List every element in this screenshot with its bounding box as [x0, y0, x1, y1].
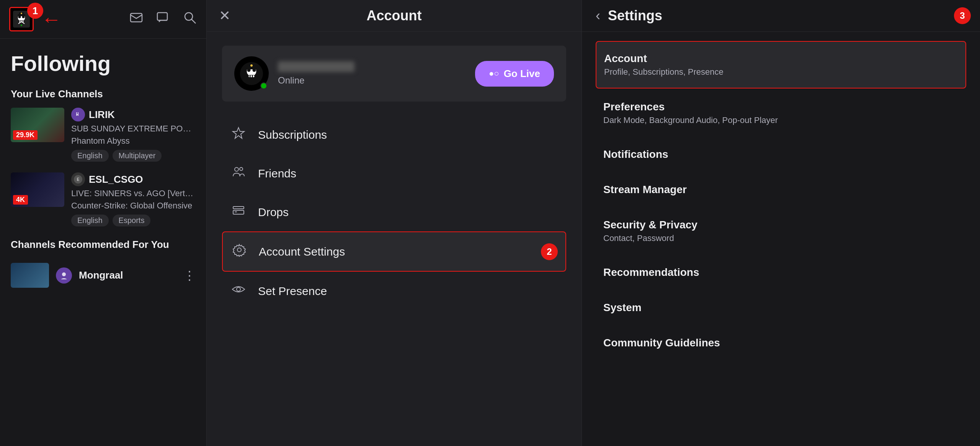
preferences-title: Preferences [603, 101, 959, 113]
profile-left: Online [234, 56, 354, 91]
settings-item-account[interactable]: Account Profile, Subscriptions, Presence [596, 41, 966, 89]
channel-item-esl[interactable]: 4K E ESL_CSGO LIVE: SINNERS vs. AGO [Ver… [11, 172, 196, 226]
svg-point-31 [250, 64, 253, 67]
inbox-icon[interactable] [129, 10, 144, 28]
user-avatar-wrapper[interactable]: 1 [9, 7, 34, 31]
channel-item-lirik[interactable]: 29.9K LIRIK SUB SUNDAY EXTREME POGGOLI .… [11, 108, 196, 162]
esl-info: E ESL_CSGO LIVE: SINNERS vs. AGO [Vertig… [71, 172, 196, 226]
settings-item-community[interactable]: Community Guidelines [596, 326, 966, 360]
middle-panel: ✕ Account [207, 0, 582, 446]
right-header: ‹ Settings 3 [582, 0, 980, 32]
star-icon [230, 126, 247, 143]
status-text: Online [278, 75, 354, 86]
set-presence-label: Set Presence [258, 285, 327, 298]
lirik-name: LIRIK [89, 109, 115, 121]
badge-2: 2 [541, 243, 558, 260]
lirik-tags: English Multiplayer [71, 150, 196, 162]
svg-rect-27 [250, 75, 251, 77]
tag-esports[interactable]: Esports [113, 215, 151, 226]
svg-point-9 [21, 25, 22, 26]
svg-point-38 [237, 287, 240, 291]
svg-line-16 [191, 19, 196, 23]
profile-info: Online [278, 61, 354, 86]
drops-icon [230, 203, 247, 221]
badge-1: 1 [27, 3, 43, 19]
account-setting-sub: Profile, Subscriptions, Presence [604, 67, 958, 77]
notifications-title: Notifications [603, 148, 959, 161]
account-profile-card: Online ●○ Go Live [222, 46, 566, 102]
mongraal-thumbnail [11, 263, 49, 288]
account-settings-label: Account Settings [259, 245, 345, 258]
chat-icon[interactable] [156, 10, 170, 28]
middle-content: Online ●○ Go Live Subscriptions [207, 32, 581, 446]
svg-point-12 [21, 13, 22, 14]
system-title: System [603, 302, 959, 314]
lirik-info: LIRIK SUB SUNDAY EXTREME POGGOLI ... Pha… [71, 108, 196, 162]
menu-item-drops[interactable]: Drops [222, 193, 566, 231]
tag-english-esl[interactable]: English [71, 215, 109, 226]
community-guidelines-title: Community Guidelines [603, 337, 959, 349]
settings-item-preferences[interactable]: Preferences Dark Mode, Background Audio,… [596, 90, 966, 136]
following-title: Following [11, 51, 196, 76]
preferences-sub: Dark Mode, Background Audio, Pop-out Pla… [603, 115, 959, 125]
menu-item-subscriptions[interactable]: Subscriptions [222, 115, 566, 154]
svg-text:E: E [77, 177, 80, 182]
menu-item-account-settings[interactable]: Account Settings 2 [222, 231, 566, 272]
subscriptions-label: Subscriptions [258, 128, 327, 141]
esl-tags: English Esports [71, 215, 196, 226]
esl-thumbnail: 4K [11, 172, 64, 207]
settings-item-security[interactable]: Security & Privacy Contact, Password [596, 208, 966, 254]
recommendations-title: Recommendations [603, 266, 959, 279]
svg-point-21 [62, 272, 66, 276]
live-channels-title: Your Live Channels [11, 88, 196, 100]
svg-point-33 [240, 167, 243, 171]
badge-3: 3 [954, 7, 971, 24]
esl-desc: LIVE: SINNERS vs. AGO [Vertigo] M... [71, 189, 194, 198]
settings-title: Settings [608, 8, 662, 24]
search-icon[interactable] [183, 10, 197, 28]
left-content: Following Your Live Channels 29.9K LIRIK [0, 39, 206, 446]
viewer-count-lirik: 29.9K [13, 130, 38, 140]
viewer-count-esl: 4K [13, 195, 28, 205]
settings-item-recommendations[interactable]: Recommendations [596, 256, 966, 289]
lirik-thumbnail: 29.9K [11, 108, 64, 142]
esl-name: ESL_CSGO [89, 174, 143, 185]
stream-manager-title: Stream Manager [603, 184, 959, 196]
security-sub: Contact, Password [603, 233, 959, 243]
settings-item-system[interactable]: System [596, 291, 966, 325]
svg-rect-28 [252, 75, 253, 77]
go-live-button[interactable]: ●○ Go Live [475, 61, 554, 87]
settings-list: Account Profile, Subscriptions, Presence… [582, 32, 980, 446]
svg-rect-14 [157, 13, 167, 20]
settings-item-stream-manager[interactable]: Stream Manager [596, 173, 966, 207]
lirik-desc: SUB SUNDAY EXTREME POGGOLI ... [71, 124, 194, 134]
go-live-icon: ●○ [489, 69, 499, 79]
profile-avatar [234, 56, 269, 91]
close-button[interactable]: ✕ [219, 8, 230, 24]
mongraal-avatar [56, 267, 72, 284]
rec-item-mongraal[interactable]: Mongraal ⋮ [11, 258, 196, 292]
more-options-btn[interactable]: ⋮ [183, 268, 196, 283]
account-setting-title: Account [604, 52, 958, 65]
online-dot [260, 82, 267, 89]
left-panel: 1 ← Foll [0, 0, 207, 446]
back-button[interactable]: ‹ [596, 8, 600, 24]
tag-english-lirik[interactable]: English [71, 150, 109, 162]
lirik-channel-icon [71, 108, 85, 121]
svg-rect-34 [233, 207, 244, 209]
svg-point-32 [235, 167, 238, 171]
menu-item-set-presence[interactable]: Set Presence [222, 272, 566, 310]
middle-title: Account [367, 8, 422, 24]
tag-multiplayer[interactable]: Multiplayer [113, 150, 162, 162]
settings-item-notifications[interactable]: Notifications [596, 138, 966, 171]
account-menu: Subscriptions Friends [222, 115, 566, 310]
menu-item-friends[interactable]: Friends [222, 154, 566, 193]
red-arrow-icon: ← [41, 9, 61, 29]
svg-point-37 [237, 248, 241, 252]
svg-rect-26 [248, 75, 255, 77]
go-live-label: Go Live [504, 68, 540, 80]
mongraal-name: Mongraal [79, 269, 123, 281]
security-title: Security & Privacy [603, 219, 959, 231]
svg-rect-13 [131, 13, 142, 22]
gear-icon [230, 243, 248, 260]
